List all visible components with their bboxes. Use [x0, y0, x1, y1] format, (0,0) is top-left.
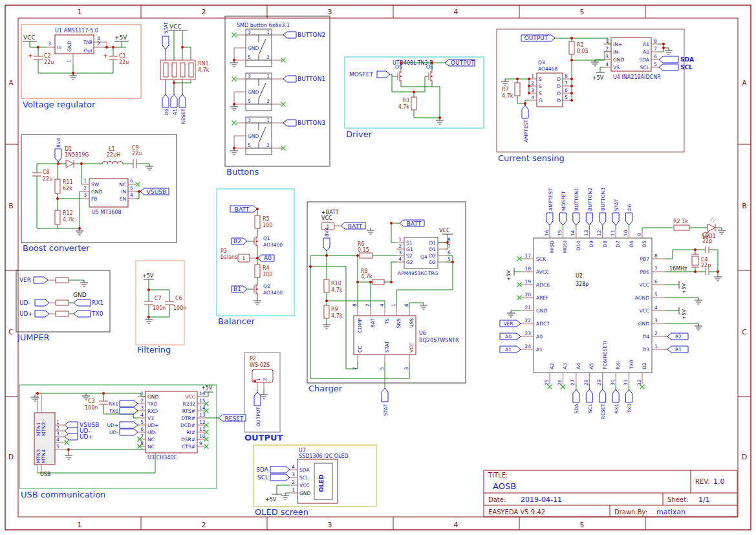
- push-button[interactable]: 31GND52BUTTON2: [230, 29, 325, 67]
- inductor-l1[interactable]: L1 22uH: [102, 146, 123, 164]
- net-flag[interactable]: [586, 213, 592, 225]
- net-flag[interactable]: [559, 213, 566, 225]
- net-flag[interactable]: [35, 311, 49, 317]
- mosfet-q5[interactable]: [394, 70, 402, 83]
- net-flag[interactable]: [34, 277, 48, 283]
- resistor-link[interactable]: [56, 278, 69, 283]
- net-flag[interactable]: [546, 213, 553, 225]
- mosfet-q4[interactable]: Q4 APM4953KC-TRG 1S12G13S24G28D17D16D25D…: [396, 237, 451, 276]
- net-flag[interactable]: [120, 429, 138, 435]
- net-flag[interactable]: [659, 56, 678, 63]
- net-flag[interactable]: [120, 408, 138, 414]
- net-flag[interactable]: [74, 311, 91, 317]
- gnd-symbol: [230, 60, 238, 67]
- crystal-x1[interactable]: 16MHz: [669, 254, 699, 272]
- net-flag[interactable]: [171, 94, 177, 107]
- resistor-r10[interactable]: R10 4,7k: [324, 279, 343, 293]
- resistor-r4[interactable]: R4 100: [255, 265, 272, 278]
- net-flag[interactable]: [35, 300, 49, 306]
- net-flag[interactable]: [323, 238, 330, 251]
- resistor-r2[interactable]: R2 1k: [673, 219, 689, 230]
- net-flag[interactable]: [659, 64, 678, 71]
- mcu-u2[interactable]: U2 328p: [534, 238, 652, 373]
- mosfet-q1[interactable]: [250, 235, 259, 248]
- usb-uart-u3[interactable]: U3 CH340C 1GND2TXDRX13RXDTX04V35UD+UD+6U…: [107, 391, 208, 461]
- net-flag[interactable]: [283, 32, 296, 38]
- gnd-symbol: [65, 453, 72, 459]
- net-flag[interactable]: [626, 213, 632, 225]
- resistor-r1[interactable]: R1 0,05: [569, 41, 589, 54]
- gnd-symbol: [146, 164, 153, 170]
- net-flag-label: BUTTON1: [297, 76, 325, 82]
- component-part: AO3400: [263, 242, 283, 248]
- net-flag[interactable]: [522, 105, 528, 118]
- net-flag[interactable]: [612, 389, 619, 402]
- component-value: 4,7k: [198, 67, 210, 73]
- net-flag[interactable]: [599, 389, 606, 402]
- component-value: 22u: [44, 60, 54, 65]
- component-ref: Q2: [263, 283, 270, 289]
- pin-name: GND: [299, 490, 310, 496]
- capacitor-c8[interactable]: C8 22u: [32, 169, 52, 182]
- capacitor-c9[interactable]: C9 22u: [132, 145, 142, 168]
- pin-name: UD-: [147, 430, 157, 435]
- net-flag[interactable]: [573, 389, 579, 402]
- charger-ic-u6[interactable]: U6 BQ2057WSNTR 8COMP2BAT4TS1SNS6VSS7CC5S…: [352, 303, 459, 370]
- capacitor-c6[interactable]: C6 100n: [165, 296, 186, 311]
- pin-number: 5: [654, 292, 658, 298]
- mosfet-q2[interactable]: [250, 283, 259, 296]
- net-flag[interactable]: [283, 120, 296, 126]
- pin-number: 4: [56, 437, 59, 442]
- component-name: balans: [221, 254, 237, 260]
- pin-number: 17: [524, 253, 531, 259]
- rn1-network[interactable]: STAT VCC RN1 4,7k D6 A1 RESET: [160, 22, 210, 124]
- net-flag[interactable]: [162, 94, 169, 107]
- net-flag[interactable]: [55, 149, 61, 162]
- net-flag[interactable]: [573, 213, 579, 225]
- resistor-link[interactable]: [56, 300, 69, 305]
- pin-name: DCD#: [180, 422, 195, 428]
- net-flag[interactable]: [599, 213, 606, 225]
- net-flag[interactable]: [270, 474, 290, 481]
- net-flag[interactable]: [162, 36, 169, 49]
- net-flag[interactable]: [120, 422, 138, 428]
- push-button[interactable]: 31GND52BUTTON3: [230, 117, 325, 155]
- capacitor-c4[interactable]: C4 22p: [701, 257, 711, 275]
- pin-number: 1: [266, 29, 270, 35]
- resistor-r9[interactable]: R9 4,7k: [324, 305, 343, 319]
- capacitor-c1[interactable]: C1 22u: [103, 53, 129, 65]
- net-flag[interactable]: [179, 94, 186, 107]
- capacitor-c3[interactable]: C3 100n: [85, 399, 108, 411]
- oled-module-u7[interactable]: OLED 4SDA3SCL2VCC1GND: [290, 459, 338, 503]
- net-flag[interactable]: [382, 388, 388, 402]
- resistor-r6[interactable]: R6 0,15: [358, 241, 373, 258]
- push-button[interactable]: 31GND52BUTTON1: [230, 73, 325, 111]
- net-flag[interactable]: [612, 213, 619, 225]
- ina219-u4[interactable]: U4 INA219AIDCNR 1IN+2IN-3GND4VS8A17A06SD…: [603, 38, 661, 80]
- resistor-r11[interactable]: R11 62k: [55, 179, 73, 193]
- regulator-u1[interactable]: U1 AMS1117-5.0 3 In GND 1 TAB 4 Out 2: [48, 28, 100, 63]
- net-flag[interactable]: [626, 389, 632, 402]
- net-flag[interactable]: [65, 433, 78, 440]
- mosfet-q6[interactable]: [425, 70, 433, 83]
- net-flag[interactable]: [377, 71, 390, 78]
- capacitor-c2[interactable]: C2 22u: [28, 53, 54, 65]
- pin-name: RXD: [147, 408, 158, 414]
- diode-d1[interactable]: D1 1N5819G: [65, 146, 89, 168]
- component-ref: C6: [175, 296, 182, 301]
- resistor-r12[interactable]: R12 4,7k: [55, 210, 74, 224]
- resistor-link[interactable]: [56, 311, 69, 316]
- net-flag[interactable]: [120, 400, 138, 407]
- net-flag[interactable]: [586, 389, 592, 402]
- net-flag[interactable]: [270, 466, 290, 473]
- pin-number: 3: [292, 472, 295, 477]
- boost-ic-u5[interactable]: U5 MT3608 1 SW 2 GND 3 FB 6 NC 5 IN 4 EN: [81, 178, 136, 215]
- boost-converter-block: Boost converter 8V4 D1 1N5819G L1 22uH C…: [21, 135, 177, 253]
- net-flag[interactable]: [283, 76, 296, 82]
- mosfet-q3[interactable]: Q3 AO4468 1S2S3S4G8D7D6D5D: [529, 60, 572, 107]
- resistor-r3[interactable]: R3 4,7k: [398, 97, 416, 110]
- resistor-r5[interactable]: R5 100: [255, 215, 272, 228]
- capacitor-c7[interactable]: C7 100n: [144, 296, 166, 311]
- net-flag[interactable]: [254, 392, 261, 406]
- net-flag[interactable]: [74, 300, 91, 306]
